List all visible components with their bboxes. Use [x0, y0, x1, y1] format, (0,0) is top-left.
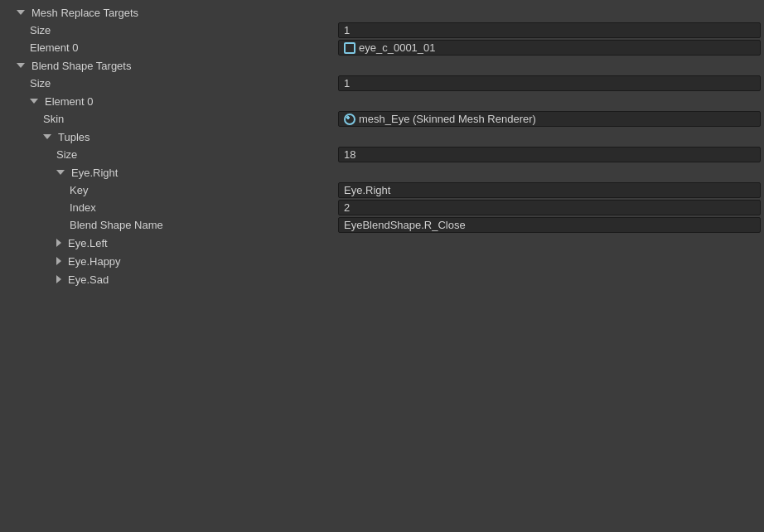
eye-right-blend-name-value[interactable]: EyeBlendShape.R_Close [338, 217, 761, 233]
arrow-down-icon[interactable] [30, 99, 38, 104]
eye-left-label: Eye.Left [68, 237, 108, 249]
eye-sad-label: Eye.Sad [68, 273, 109, 286]
eye-right-blend-name-label: Blend Shape Name [70, 219, 163, 231]
arrow-right-icon[interactable] [56, 257, 61, 265]
eye-right-blend-name-row: Blend Shape Name EyeBlendShape.R_Close [0, 216, 764, 234]
arrow-down-icon[interactable] [17, 63, 25, 68]
mesh-size-value[interactable]: 1 [338, 22, 761, 38]
blend-element0-header[interactable]: Element 0 [0, 92, 764, 110]
mesh-replace-targets-header[interactable]: Mesh Replace Targets [0, 3, 764, 22]
arrow-down-icon[interactable] [56, 170, 65, 175]
tuples-size-value[interactable]: 18 [338, 147, 761, 162]
eye-left-header[interactable]: Eye.Left [0, 234, 764, 252]
blend-element0-label: Element 0 [45, 95, 94, 108]
eye-right-index-row: Index 2 [0, 199, 764, 216]
blend-size-label: Size [30, 77, 51, 89]
eye-right-header[interactable]: Eye.Right [0, 163, 764, 181]
eye-right-key-row: Key Eye.Right [0, 181, 764, 199]
mesh-icon [344, 42, 355, 54]
blend-size-row: Size 1 [0, 75, 764, 92]
eye-happy-label: Eye.Happy [68, 255, 121, 268]
blend-size-value[interactable]: 1 [338, 75, 761, 91]
arrow-right-icon[interactable] [56, 275, 61, 283]
skin-value[interactable]: mesh_Eye (Skinned Mesh Renderer) [338, 111, 761, 127]
arrow-down-icon[interactable] [43, 134, 51, 139]
eye-happy-header[interactable]: Eye.Happy [0, 252, 764, 270]
eye-right-label: Eye.Right [71, 167, 118, 179]
blend-shape-targets-header[interactable]: Blend Shape Targets [0, 56, 764, 75]
eye-right-index-label: Index [70, 201, 96, 214]
skinned-mesh-icon [344, 114, 355, 125]
mesh-element0-label: Element 0 [30, 41, 79, 54]
skin-label: Skin [43, 113, 64, 125]
skin-row: Skin mesh_Eye (Skinned Mesh Renderer) [0, 110, 764, 128]
mesh-size-label: Size [30, 24, 51, 36]
eye-right-index-value[interactable]: 2 [338, 200, 761, 215]
blend-shape-targets-label: Blend Shape Targets [31, 60, 131, 72]
mesh-element0-row: Element 0 eye_c_0001_01 [0, 39, 764, 56]
eye-sad-header[interactable]: Eye.Sad [0, 270, 764, 288]
tuples-size-row: Size 18 [0, 146, 764, 163]
tuples-header[interactable]: Tuples [0, 128, 764, 146]
mesh-size-row: Size 1 [0, 22, 764, 39]
inspector-panel: Mesh Replace Targets Size 1 Element 0 ey… [0, 0, 764, 292]
tuples-label: Tuples [58, 131, 90, 143]
eye-right-key-label: Key [70, 184, 88, 196]
arrow-down-icon[interactable] [17, 10, 25, 15]
mesh-replace-targets-label: Mesh Replace Targets [31, 7, 138, 19]
eye-right-key-value[interactable]: Eye.Right [338, 182, 761, 198]
arrow-right-icon[interactable] [56, 239, 61, 247]
mesh-element0-value[interactable]: eye_c_0001_01 [338, 40, 761, 56]
tuples-size-label: Size [56, 148, 77, 161]
